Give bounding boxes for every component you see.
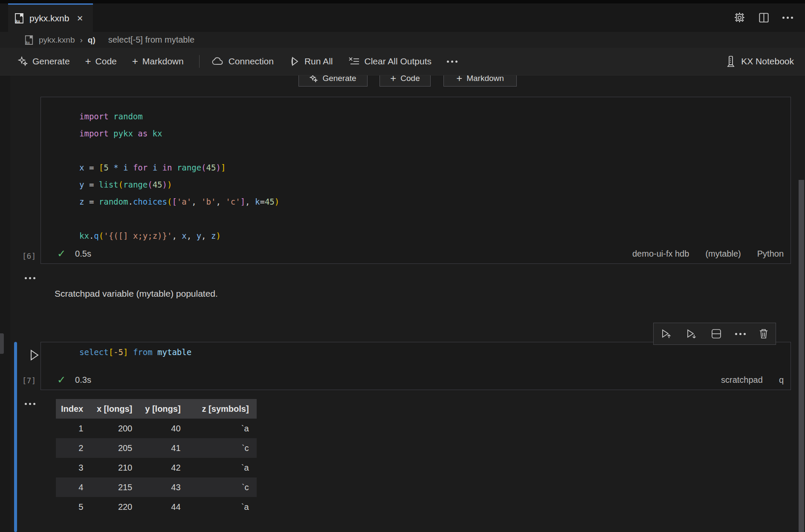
table-header-row: Indexx [longs]y [longs]z [symbols] (56, 399, 257, 419)
table-cell: `c (188, 438, 257, 458)
code-cell-6[interactable]: import randomimport pykx as kx x = [5 * … (41, 97, 791, 264)
table-cell: 41 (140, 438, 188, 458)
code-editor[interactable]: select[-5] from mytable (79, 344, 191, 361)
run-cell-button[interactable] (26, 347, 42, 363)
execution-duration: 0.5s (75, 249, 91, 259)
code-line[interactable]: y = list(range(45)) (79, 176, 279, 193)
table-cell: 200 (91, 419, 140, 438)
tab-close-icon[interactable]: × (77, 13, 83, 23)
svg-text:kx: kx (26, 41, 30, 45)
add-code-label: Code (96, 56, 117, 66)
code-line[interactable]: import pykx as kx (79, 125, 279, 142)
success-check-icon: ✓ (57, 248, 66, 260)
table-column-header[interactable]: z [symbols] (188, 399, 257, 419)
sparkle-icon (310, 74, 318, 83)
svg-text:kx: kx (16, 19, 20, 23)
table-column-header[interactable]: y [longs] (140, 399, 188, 419)
table-column-header[interactable]: Index (56, 399, 91, 419)
table-body: 120040`a220541`c321042`a421543`c522044`a (56, 419, 257, 517)
tab-title: pykx.kxnb (29, 13, 69, 23)
code-line[interactable]: kx.q('{([] x;y;z)}', x, y, z) (79, 227, 279, 244)
code-line[interactable] (79, 142, 279, 159)
output-more-actions-icon[interactable] (25, 403, 35, 405)
table-cell: 43 (140, 477, 188, 497)
cell-status-bar: ✓ 0.5s demo-ui-fx hdb (mytable) Python (41, 246, 791, 261)
clear-all-outputs-button[interactable]: Clear All Outputs (348, 56, 431, 66)
cell-status-bar: ✓ 0.3s scratchpad q (41, 373, 791, 387)
scrollbar-thumb[interactable] (799, 180, 804, 532)
editor-tab-bar: kx pykx.kxnb × (0, 3, 805, 32)
add-markdown-label: Markdown (142, 56, 184, 66)
code-editor[interactable]: import randomimport pykx as kx x = [5 * … (79, 108, 279, 244)
code-cell-7[interactable]: select[-5] from mytable ✓ 0.3s scratchpa… (41, 342, 791, 390)
code-line[interactable]: x = [5 * i for i in range(45)] (79, 159, 279, 176)
connection-button[interactable]: Connection (211, 56, 274, 66)
cell-language[interactable]: q (779, 375, 784, 385)
cell-output-text: Scratchpad variable (mytable) populated. (55, 289, 218, 299)
table-cell: 215 (91, 477, 140, 497)
breadcrumb-file[interactable]: pykx.kxnb (39, 35, 75, 45)
run-above-icon[interactable] (660, 327, 673, 340)
table-column-header[interactable]: x [longs] (91, 399, 140, 419)
settings-gear-icon[interactable] (734, 12, 745, 23)
table-cell: `a (188, 497, 257, 517)
clear-all-outputs-icon (348, 56, 360, 66)
connection-label: Connection (229, 56, 274, 66)
kx-kernel-icon (726, 55, 736, 67)
editor-more-actions-icon[interactable] (782, 17, 793, 19)
table-row[interactable]: 120040`a (56, 419, 257, 438)
connection-name[interactable]: demo-ui-fx hdb (632, 249, 689, 259)
table-row[interactable]: 220541`c (56, 438, 257, 458)
plus-icon: + (132, 56, 138, 66)
kernel-picker-button[interactable]: KX Notebook (726, 55, 794, 67)
tab-pykx-kxnb[interactable]: kx pykx.kxnb × (8, 3, 93, 32)
generate-button[interactable]: Generate (18, 56, 70, 66)
selected-cell-indicator (14, 342, 17, 532)
plus-icon: + (85, 56, 91, 66)
delete-cell-icon[interactable] (758, 328, 769, 340)
table-cell: 42 (140, 458, 188, 477)
generate-label: Generate (32, 56, 70, 66)
table-cell: 5 (56, 497, 91, 517)
execution-count: [7] (20, 376, 38, 385)
breadcrumb: kx pykx.kxnb › q) select[-5] from mytabl… (0, 32, 805, 48)
scratchpad-variable[interactable]: (mytable) (705, 249, 741, 259)
run-all-button[interactable]: Run All (289, 55, 333, 67)
code-line[interactable]: select[-5] from mytable (79, 344, 191, 361)
table-cell: 4 (56, 477, 91, 497)
run-all-label: Run All (304, 56, 333, 66)
table-row[interactable]: 522044`a (56, 497, 257, 517)
notebook-window: kx pykx.kxnb × (0, 0, 805, 532)
code-line[interactable]: import random (79, 108, 279, 125)
overview-marker (0, 333, 4, 354)
run-below-icon[interactable] (685, 327, 698, 340)
table-cell: `c (188, 477, 257, 497)
add-code-button[interactable]: + Code (85, 56, 117, 66)
scratchpad-target[interactable]: scratchpad (721, 375, 763, 385)
breadcrumb-cell-text[interactable]: select[-5] from mytable (108, 35, 194, 45)
toolbar-more-actions-icon[interactable] (447, 61, 458, 63)
success-check-icon: ✓ (57, 374, 66, 386)
code-line[interactable] (79, 210, 279, 227)
add-markdown-button[interactable]: + Markdown (132, 56, 184, 66)
output-more-actions-icon[interactable] (25, 277, 35, 279)
execution-duration: 0.3s (75, 375, 91, 385)
code-line[interactable]: z = random.choices(['a', 'b', 'c'], k=45… (79, 193, 279, 210)
query-result-table: Indexx [longs]y [longs]z [symbols] 12004… (56, 399, 257, 517)
gutter-strip (0, 75, 10, 532)
table-row[interactable]: 321042`a (56, 458, 257, 477)
cell-more-actions-icon[interactable] (735, 333, 746, 335)
kx-notebook-file-icon: kx (14, 12, 24, 24)
notebook-toolbar: Generate + Code + Markdown Connection (0, 48, 805, 75)
table-cell: 3 (56, 458, 91, 477)
cell-language[interactable]: Python (757, 249, 784, 259)
notebook-canvas: Generate + Code + Markdown import random… (0, 75, 805, 532)
split-editor-icon[interactable] (758, 12, 770, 23)
sparkle-icon (18, 56, 28, 66)
table-row[interactable]: 421543`c (56, 477, 257, 497)
split-cell-icon[interactable] (710, 328, 722, 340)
vertical-scrollbar[interactable] (798, 180, 805, 532)
clear-all-outputs-label: Clear All Outputs (364, 56, 431, 66)
breadcrumb-kernel[interactable]: q) (88, 35, 96, 45)
execution-count: [6] (20, 252, 38, 260)
